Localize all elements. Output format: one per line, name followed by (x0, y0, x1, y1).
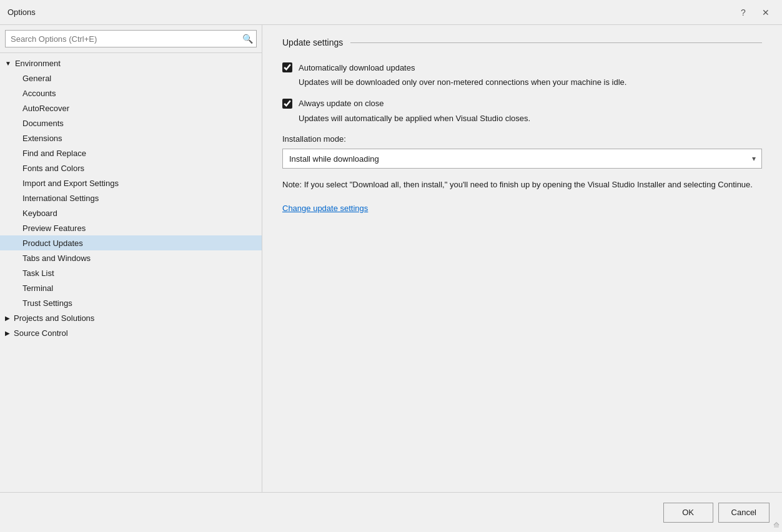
section-title: Update settings (282, 37, 343, 47)
sidebar-item-trust-settings-label: Trust Settings (22, 298, 72, 308)
chevron-right-icon-2: ▶ (5, 330, 10, 337)
sidebar-item-international[interactable]: International Settings (0, 190, 262, 205)
sidebar-item-keyboard-label: Keyboard (22, 209, 57, 218)
auto-download-description: Updates will be downloaded only over non… (299, 76, 762, 89)
sidebar-item-terminal[interactable]: Terminal (0, 280, 262, 295)
tree-item-source-control[interactable]: ▶ Source Control (0, 325, 262, 340)
tree-item-projects-solutions-label: Projects and Solutions (14, 313, 94, 323)
sidebar-item-accounts-label: Accounts (22, 89, 56, 98)
sidebar-item-product-updates[interactable]: Product Updates (0, 235, 262, 250)
sidebar-item-task-list-label: Task List (22, 268, 54, 278)
sidebar-item-import-export-label: Import and Export Settings (22, 179, 119, 188)
chevron-right-icon: ▶ (5, 315, 10, 322)
installation-mode-select[interactable]: Install while downloading Download all, … (282, 149, 762, 169)
auto-download-setting: Automatically download updates Updates w… (282, 62, 762, 89)
sidebar-item-accounts[interactable]: Accounts (0, 86, 262, 101)
sidebar-item-documents[interactable]: Documents (0, 116, 262, 131)
section-header: Update settings (282, 37, 762, 47)
sidebar-item-tabs-windows[interactable]: Tabs and Windows (0, 250, 262, 265)
sidebar-item-trust-settings[interactable]: Trust Settings (0, 295, 262, 310)
content-area: 🔍 ▼ Environment General Accounts AutoRec… (0, 25, 782, 492)
sidebar-item-import-export[interactable]: Import and Export Settings (0, 175, 262, 190)
tree-item-environment[interactable]: ▼ Environment (0, 56, 262, 71)
resize-handle[interactable]: ⟰ (773, 521, 780, 530)
sidebar-item-tabs-windows-label: Tabs and Windows (22, 254, 91, 263)
sidebar-item-international-label: International Settings (22, 194, 99, 203)
sidebar-item-fonts-colors-label: Fonts and Colors (22, 164, 84, 173)
close-button[interactable]: ✕ (757, 4, 775, 21)
search-icon: 🔍 (239, 30, 256, 47)
search-input-wrap: 🔍 (5, 30, 257, 47)
sidebar-item-fonts-colors[interactable]: Fonts and Colors (0, 160, 262, 175)
sidebar-item-extensions[interactable]: Extensions (0, 131, 262, 145)
sidebar-item-documents-label: Documents (22, 119, 64, 128)
options-dialog: Options ? ✕ 🔍 ▼ Environment (0, 0, 782, 532)
footer: OK Cancel (0, 492, 782, 532)
cancel-button[interactable]: Cancel (718, 503, 770, 523)
auto-update-close-description: Updates will automatically be applied wh… (299, 112, 762, 125)
sidebar-item-autorecover[interactable]: AutoRecover (0, 101, 262, 116)
sidebar-item-general-label: General (22, 74, 51, 83)
chevron-down-icon: ▼ (5, 60, 11, 67)
auto-download-checkbox[interactable] (282, 62, 292, 72)
tree-item-projects-solutions[interactable]: ▶ Projects and Solutions (0, 310, 262, 325)
tree-item-environment-label: Environment (15, 59, 61, 68)
tree-area: ▼ Environment General Accounts AutoRecov… (0, 53, 262, 492)
title-bar: Options ? ✕ (0, 0, 782, 25)
note-text: Note: If you select "Download all, then … (282, 179, 762, 191)
tree-item-source-control-label: Source Control (14, 328, 68, 338)
auto-update-close-setting: Always update on close Updates will auto… (282, 99, 762, 125)
window-title: Options (7, 7, 735, 17)
sidebar-item-task-list[interactable]: Task List (0, 265, 262, 280)
sidebar-item-autorecover-label: AutoRecover (22, 104, 69, 113)
sidebar: 🔍 ▼ Environment General Accounts AutoRec… (0, 25, 262, 492)
sidebar-item-find-replace-label: Find and Replace (22, 149, 86, 158)
auto-download-checkbox-row: Automatically download updates (282, 62, 762, 72)
auto-update-close-checkbox[interactable] (282, 99, 292, 109)
title-bar-controls: ? ✕ (735, 4, 775, 21)
auto-update-close-label: Always update on close (299, 99, 384, 108)
main-panel: Update settings Automatically download u… (262, 25, 782, 492)
help-button[interactable]: ? (735, 4, 752, 21)
ok-button[interactable]: OK (663, 503, 713, 523)
sidebar-item-preview-features-label: Preview Features (22, 224, 86, 233)
sidebar-item-preview-features[interactable]: Preview Features (0, 220, 262, 235)
sidebar-item-general[interactable]: General (0, 71, 262, 86)
auto-update-close-checkbox-row: Always update on close (282, 99, 762, 109)
change-update-settings-link[interactable]: Change update settings (282, 204, 368, 213)
sidebar-item-terminal-label: Terminal (22, 283, 53, 293)
sidebar-item-keyboard[interactable]: Keyboard (0, 205, 262, 220)
search-box: 🔍 (0, 25, 262, 53)
installation-mode-label: Installation mode: (282, 134, 762, 144)
sidebar-item-find-replace[interactable]: Find and Replace (0, 145, 262, 160)
section-line (350, 42, 762, 43)
auto-download-label: Automatically download updates (299, 63, 415, 72)
installation-mode-select-wrap: Install while downloading Download all, … (282, 149, 762, 169)
search-input[interactable] (6, 34, 239, 44)
sidebar-item-product-updates-label: Product Updates (22, 239, 83, 248)
sidebar-item-extensions-label: Extensions (22, 134, 62, 143)
